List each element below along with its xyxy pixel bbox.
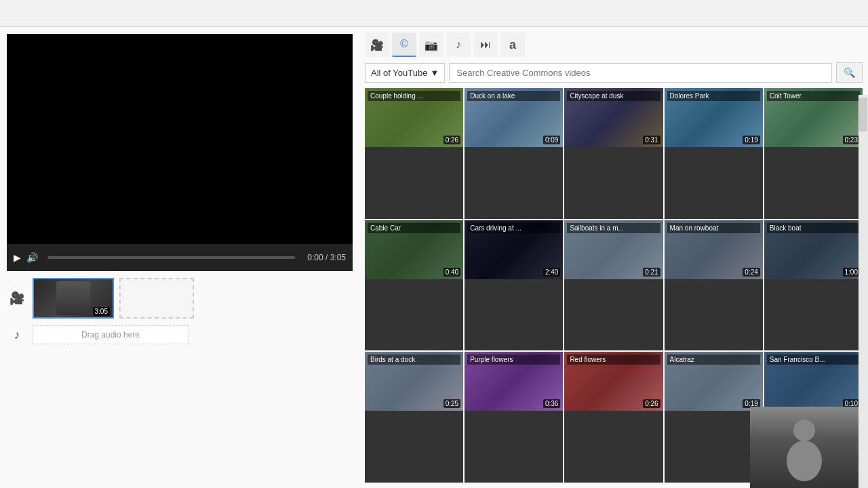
thumb-inner: Coit Tower 0:23 xyxy=(764,88,863,147)
video-duration: 1:00 xyxy=(843,268,860,277)
thumb-inner: Man on rowboat 0:24 xyxy=(665,220,763,279)
video-timeline-row: 🎥 3:05 xyxy=(7,278,353,319)
time-display: 0:00 / 3:05 xyxy=(307,253,346,262)
video-title: Coit Tower xyxy=(767,91,860,101)
thumb-inner: Dolores Park 0:19 xyxy=(665,88,763,147)
video-title: Couple holding ... xyxy=(368,91,460,101)
video-controls: ▶ 🔊 0:00 / 3:05 xyxy=(7,244,353,271)
video-thumb-item[interactable]: Sailboats in a m... 0:21 xyxy=(564,220,663,351)
thumb-inner: Cars driving at ... 2:40 xyxy=(465,220,563,279)
webcam-preview xyxy=(750,407,859,488)
svg-point-1 xyxy=(787,441,822,481)
video-thumb-item[interactable]: Cityscape at dusk 0:31 xyxy=(564,88,663,219)
clip-person xyxy=(56,281,90,315)
video-title: Duck on a lake xyxy=(467,91,560,101)
progress-bar[interactable] xyxy=(47,256,295,259)
search-row: All of YouTube ▼ 🔍 xyxy=(365,62,863,83)
audio-drop-zone[interactable]: Drag audio here xyxy=(33,325,189,344)
video-title: Cable Car xyxy=(368,223,460,233)
video-title: Purple flowers xyxy=(467,354,560,365)
scrollbar-vertical[interactable] xyxy=(859,95,868,488)
toolbar-music-btn[interactable]: ♪ xyxy=(446,33,471,57)
toolbar: 🎥 © 📷 ♪ ⏭ a xyxy=(365,33,863,57)
thumb-inner: Cityscape at dusk 0:31 xyxy=(564,88,663,147)
video-title: San Francisco B... xyxy=(767,354,860,365)
main-area: ▶ 🔊 0:00 / 3:05 🎥 3:05 ♪ Drag audio xyxy=(0,27,868,488)
svg-point-0 xyxy=(793,420,815,441)
video-duration: 0:25 xyxy=(443,399,460,408)
video-duration: 0:31 xyxy=(643,136,660,144)
video-duration: 2:40 xyxy=(543,268,560,277)
webcam-person xyxy=(750,407,859,488)
video-thumb-item[interactable]: Dolores Park 0:19 xyxy=(665,88,763,219)
search-input[interactable] xyxy=(449,63,832,83)
volume-button[interactable]: 🔊 xyxy=(26,252,38,263)
right-panel: 🎥 © 📷 ♪ ⏭ a All of YouTube ▼ 🔍 Couple ho… xyxy=(359,27,868,488)
video-title: Man on rowboat xyxy=(667,223,760,233)
video-player xyxy=(7,34,353,244)
video-title: Dolores Park xyxy=(667,91,760,101)
toolbar-text-btn[interactable]: a xyxy=(500,33,525,57)
video-duration: 0:26 xyxy=(643,399,660,408)
dropdown-label: All of YouTube xyxy=(371,68,427,78)
top-bar xyxy=(0,0,868,27)
video-title: Sailboats in a m... xyxy=(567,223,660,233)
video-thumb-item[interactable]: Couple holding ... 0:26 xyxy=(365,88,463,219)
play-button[interactable]: ▶ xyxy=(14,252,21,263)
video-title: Cars driving at ... xyxy=(467,223,560,233)
video-thumb-item[interactable]: Red flowers 0:26 xyxy=(564,352,663,483)
video-duration: 0:23 xyxy=(843,136,860,144)
timeline-drop-zone[interactable] xyxy=(119,278,194,319)
search-button[interactable]: 🔍 xyxy=(836,62,863,83)
video-duration: 0:09 xyxy=(543,136,560,144)
thumb-inner: Duck on a lake 0:09 xyxy=(465,88,563,147)
video-duration: 0:19 xyxy=(743,136,760,144)
video-title: Red flowers xyxy=(567,354,660,365)
video-duration: 0:36 xyxy=(543,399,560,408)
scrollbar-thumb[interactable] xyxy=(859,98,867,131)
thumb-inner: Birds at a dock 0:25 xyxy=(365,352,463,411)
video-duration: 0:24 xyxy=(743,268,760,277)
toolbar-skip-btn[interactable]: ⏭ xyxy=(473,33,498,57)
video-timeline-icon: 🎥 xyxy=(7,291,27,306)
timeline-clip[interactable]: 3:05 xyxy=(33,278,114,319)
webcam-silhouette xyxy=(777,413,831,481)
thumb-inner: Purple flowers 0:36 xyxy=(465,352,563,411)
thumb-inner: Alcatraz 0:19 xyxy=(665,352,763,411)
video-thumb-item[interactable]: Coit Tower 0:23 xyxy=(764,88,863,219)
thumb-inner: Black boat 1:00 xyxy=(764,220,863,279)
search-dropdown[interactable]: All of YouTube ▼ xyxy=(365,63,445,83)
video-thumb-item[interactable]: Alcatraz 0:19 xyxy=(665,352,763,483)
video-thumb-item[interactable]: Man on rowboat 0:24 xyxy=(665,220,763,351)
thumb-inner: Sailboats in a m... 0:21 xyxy=(564,220,663,279)
thumb-inner: Couple holding ... 0:26 xyxy=(365,88,463,147)
thumb-inner: San Francisco B... 0:10 xyxy=(764,352,863,411)
audio-timeline-row: ♪ Drag audio here xyxy=(7,323,353,347)
timeline-area: 🎥 3:05 ♪ Drag audio here xyxy=(7,278,353,347)
audio-timeline-icon: ♪ xyxy=(7,328,27,342)
toolbar-photo-btn[interactable]: 📷 xyxy=(419,33,443,57)
video-duration: 0:40 xyxy=(443,268,460,277)
video-thumb-item[interactable]: Birds at a dock 0:25 xyxy=(365,352,463,483)
thumb-inner: Red flowers 0:26 xyxy=(564,352,663,411)
video-title: Alcatraz xyxy=(667,354,760,365)
video-duration: 0:21 xyxy=(643,268,660,277)
video-thumb-item[interactable]: Cars driving at ... 2:40 xyxy=(465,220,563,351)
video-thumb-item[interactable]: Purple flowers 0:36 xyxy=(465,352,563,483)
video-title: Cityscape at dusk xyxy=(567,91,660,101)
video-title: Black boat xyxy=(767,223,860,233)
dropdown-arrow-icon: ▼ xyxy=(430,68,439,78)
toolbar-video-btn[interactable]: 🎥 xyxy=(365,33,389,57)
left-panel: ▶ 🔊 0:00 / 3:05 🎥 3:05 ♪ Drag audio xyxy=(0,27,359,488)
video-thumb-item[interactable]: Cable Car 0:40 xyxy=(365,220,463,351)
video-thumb-item[interactable]: Duck on a lake 0:09 xyxy=(465,88,563,219)
thumb-inner: Cable Car 0:40 xyxy=(365,220,463,279)
toolbar-cc-btn[interactable]: © xyxy=(392,33,416,57)
video-duration: 0:26 xyxy=(443,136,460,144)
clip-duration-badge: 3:05 xyxy=(93,307,110,316)
video-thumb-item[interactable]: Black boat 1:00 xyxy=(764,220,863,351)
video-title: Birds at a dock xyxy=(368,354,460,365)
